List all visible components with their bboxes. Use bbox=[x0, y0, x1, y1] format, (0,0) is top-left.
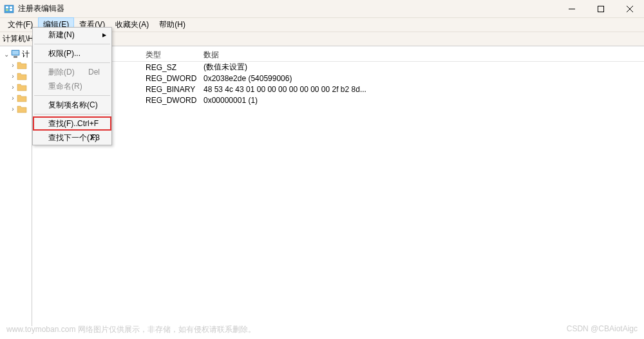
menu-separator bbox=[34, 114, 110, 115]
maximize-icon bbox=[598, 6, 604, 12]
column-type[interactable]: 类型 bbox=[142, 49, 200, 61]
list-row[interactable]: owedStyle2 REG_DWORD 0x00000001 (1) bbox=[32, 95, 644, 105]
tree-node[interactable]: › bbox=[9, 93, 32, 103]
tree-node[interactable]: › bbox=[9, 71, 32, 81]
chevron-right-icon[interactable]: › bbox=[9, 95, 17, 102]
registry-app-icon bbox=[4, 4, 14, 14]
window-controls bbox=[557, 0, 644, 18]
folder-icon bbox=[17, 71, 27, 80]
menu-item-find-next[interactable]: 查找下一个(X) F3 bbox=[33, 131, 111, 145]
chevron-right-icon[interactable]: › bbox=[9, 105, 17, 113]
computer-icon bbox=[10, 50, 21, 59]
close-icon bbox=[627, 6, 633, 12]
tree-node[interactable]: › bbox=[9, 82, 32, 92]
maximize-button[interactable] bbox=[586, 0, 615, 18]
menu-item-copy-key-name[interactable]: 复制项名称(C) bbox=[33, 98, 111, 112]
list-row[interactable]: mRanks REG_BINARY 48 53 4c 43 01 00 00 0… bbox=[32, 84, 644, 95]
folder-icon bbox=[17, 82, 27, 91]
tree-node[interactable]: › bbox=[9, 60, 32, 70]
close-button[interactable] bbox=[615, 0, 644, 18]
menu-item-find[interactable]: 查找(F)... Ctrl+F bbox=[33, 116, 111, 131]
folder-icon bbox=[17, 93, 27, 102]
tree-node[interactable]: › bbox=[9, 104, 32, 114]
folder-icon bbox=[17, 104, 27, 113]
menu-separator bbox=[34, 62, 110, 63]
edit-context-menu: 新建(N) ▶ 权限(P)... 删除(D) Del 重命名(R) 复制项名称(… bbox=[32, 27, 112, 145]
menu-favorites[interactable]: 收藏夹(A) bbox=[110, 17, 154, 32]
column-data[interactable]: 数据 bbox=[200, 49, 644, 61]
menu-separator bbox=[34, 44, 110, 44]
svg-rect-11 bbox=[14, 56, 17, 58]
svg-rect-1 bbox=[6, 6, 8, 8]
footer-left: www.toymoban.com 网络图片仅供展示，非存储，如有侵权请联系删除。 bbox=[6, 324, 256, 335]
menu-item-rename: 重命名(R) bbox=[33, 79, 111, 93]
list-header: 名称 类型 数据 bbox=[32, 49, 644, 62]
chevron-right-icon[interactable]: › bbox=[9, 73, 17, 80]
chevron-right-icon: ▶ bbox=[102, 32, 106, 38]
chevron-right-icon[interactable]: › bbox=[9, 84, 17, 91]
titlebar: 注册表编辑器 bbox=[0, 0, 644, 18]
address-path: 计算机\H bbox=[3, 33, 33, 44]
menu-help[interactable]: 帮助(H) bbox=[154, 17, 191, 32]
window-title: 注册表编辑器 bbox=[18, 3, 557, 14]
list-panel[interactable]: 名称 类型 数据 认) REG_SZ (数值未设置) 1901149542...… bbox=[32, 46, 644, 326]
svg-rect-3 bbox=[10, 6, 12, 8]
svg-rect-4 bbox=[10, 9, 12, 11]
list-row[interactable]: 认) REG_SZ (数值未设置) bbox=[32, 62, 644, 73]
chevron-right-icon[interactable]: › bbox=[9, 62, 17, 69]
folder-icon bbox=[17, 60, 27, 69]
list-row[interactable]: 1901149542... REG_DWORD 0x2038e2de (5405… bbox=[32, 73, 644, 84]
minimize-button[interactable] bbox=[557, 0, 586, 18]
menu-item-delete: 删除(D) Del bbox=[33, 65, 111, 79]
chevron-down-icon[interactable]: ⌄ bbox=[3, 51, 10, 58]
tree-panel[interactable]: ⌄ 计 › › › › › bbox=[0, 46, 32, 326]
footer-right: CSDN @CBAiotAigc bbox=[567, 324, 638, 335]
menu-item-new[interactable]: 新建(N) ▶ bbox=[33, 28, 111, 42]
footer-watermark: www.toymoban.com 网络图片仅供展示，非存储，如有侵权请联系删除。… bbox=[6, 324, 638, 335]
menu-item-permissions[interactable]: 权限(P)... bbox=[33, 46, 111, 60]
svg-rect-10 bbox=[12, 51, 19, 55]
svg-rect-6 bbox=[598, 6, 603, 12]
minimize-icon bbox=[569, 6, 575, 12]
svg-rect-2 bbox=[6, 9, 8, 11]
menu-separator bbox=[34, 95, 110, 96]
tree-root[interactable]: ⌄ 计 bbox=[3, 49, 32, 59]
